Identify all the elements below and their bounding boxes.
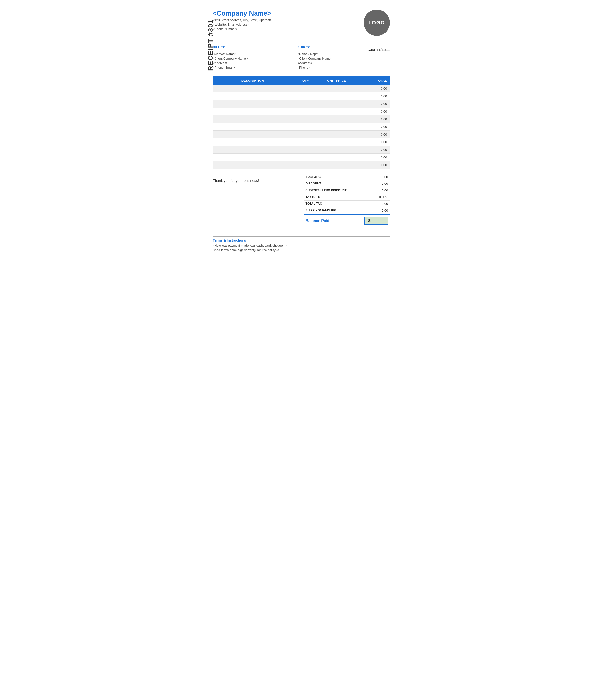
item-qty bbox=[292, 85, 319, 92]
ship-to-company: <Client Company Name> bbox=[297, 57, 368, 60]
bill-to-label: BILL TO bbox=[213, 45, 283, 50]
ship-to-phone: <Phone> bbox=[297, 66, 368, 69]
balance-value: - bbox=[372, 219, 373, 223]
table-row: 0.00 bbox=[213, 138, 390, 146]
bill-to-phone-email: <Phone, Email> bbox=[213, 66, 283, 69]
item-description bbox=[213, 154, 292, 161]
item-total: 0.00 bbox=[355, 138, 390, 146]
terms-title: Terms & Instructions bbox=[213, 238, 390, 242]
shipping-row: SHIPPING/HANDLING 0.00 bbox=[304, 207, 390, 214]
balance-label: Balance Paid bbox=[306, 219, 330, 223]
item-description bbox=[213, 100, 292, 108]
ship-to-address: <Address> bbox=[297, 61, 368, 65]
item-unit-price bbox=[319, 108, 355, 116]
item-description bbox=[213, 116, 292, 123]
balance-symbol: $ bbox=[368, 219, 370, 223]
item-qty bbox=[292, 131, 319, 138]
bill-to-block: BILL TO <Contact Name> <Client Company N… bbox=[213, 45, 283, 69]
item-description bbox=[213, 161, 292, 169]
items-table: DESCRIPTION QTY UNIT PRICE TOTAL 0.000.0… bbox=[213, 77, 390, 169]
item-qty bbox=[292, 100, 319, 108]
date-value: 11/11/11 bbox=[377, 48, 390, 52]
company-name: <Company Name> bbox=[213, 9, 272, 17]
item-unit-price bbox=[319, 161, 355, 169]
item-total: 0.00 bbox=[355, 161, 390, 169]
subtotal-label: SUBTOTAL bbox=[306, 175, 322, 179]
item-description bbox=[213, 138, 292, 146]
item-qty bbox=[292, 161, 319, 169]
table-row: 0.00 bbox=[213, 146, 390, 154]
item-total: 0.00 bbox=[355, 146, 390, 154]
item-qty bbox=[292, 108, 319, 116]
subtotal-row: SUBTOTAL 0.00 bbox=[304, 174, 390, 180]
col-description: DESCRIPTION bbox=[213, 77, 292, 85]
bill-to-contact: <Contact Name> bbox=[213, 52, 283, 56]
subtotal-less-discount-value: 0.00 bbox=[373, 188, 388, 192]
item-description bbox=[213, 123, 292, 131]
table-row: 0.00 bbox=[213, 154, 390, 161]
table-row: 0.00 bbox=[213, 108, 390, 116]
company-phone: <Phone Number> bbox=[213, 27, 272, 31]
item-total: 0.00 bbox=[355, 85, 390, 92]
item-qty bbox=[292, 154, 319, 161]
total-tax-label: TOTAL TAX bbox=[306, 202, 322, 206]
company-address: <123 Street Address, City, State, Zip/Po… bbox=[213, 18, 272, 22]
item-unit-price bbox=[319, 154, 355, 161]
item-description bbox=[213, 146, 292, 154]
col-total: TOTAL bbox=[355, 77, 390, 85]
table-row: 0.00 bbox=[213, 116, 390, 123]
ship-to-block: SHIP TO <Name / Dept> <Client Company Na… bbox=[297, 45, 368, 69]
thank-you-message: Thank you for your business! bbox=[213, 174, 304, 183]
tax-rate-value: 0.00% bbox=[373, 195, 388, 199]
table-row: 0.00 bbox=[213, 92, 390, 100]
subtotal-less-discount-label: SUBTOTAL LESS DISCOUNT bbox=[306, 188, 347, 192]
item-unit-price bbox=[319, 92, 355, 100]
table-row: 0.00 bbox=[213, 100, 390, 108]
date-label: Date bbox=[368, 48, 375, 52]
subtotal-less-discount-row: SUBTOTAL LESS DISCOUNT 0.00 bbox=[304, 187, 390, 194]
shipping-value: 0.00 bbox=[373, 209, 388, 212]
col-qty: QTY bbox=[292, 77, 319, 85]
terms-line2: <Add terms here, e.g: warranty, returns … bbox=[213, 248, 390, 252]
item-description bbox=[213, 92, 292, 100]
item-total: 0.00 bbox=[355, 92, 390, 100]
terms-section: Terms & Instructions <How was payment ma… bbox=[213, 236, 390, 252]
table-row: 0.00 bbox=[213, 123, 390, 131]
discount-value: 0.00 bbox=[373, 182, 388, 185]
item-qty bbox=[292, 146, 319, 154]
table-row: 0.00 bbox=[213, 161, 390, 169]
balance-row: Balance Paid $ - bbox=[304, 214, 390, 227]
item-unit-price bbox=[319, 138, 355, 146]
item-total: 0.00 bbox=[355, 154, 390, 161]
ship-to-contact: <Name / Dept> bbox=[297, 52, 368, 56]
item-qty bbox=[292, 116, 319, 123]
company-info: <Company Name> <123 Street Address, City… bbox=[213, 9, 272, 31]
item-total: 0.00 bbox=[355, 108, 390, 116]
item-qty bbox=[292, 92, 319, 100]
item-qty bbox=[292, 138, 319, 146]
bill-ship-container: BILL TO <Contact Name> <Client Company N… bbox=[213, 45, 368, 69]
company-logo: LOGO bbox=[364, 9, 390, 36]
item-total: 0.00 bbox=[355, 100, 390, 108]
addresses-row: BILL TO <Contact Name> <Client Company N… bbox=[213, 45, 390, 69]
item-unit-price bbox=[319, 100, 355, 108]
ship-to-label: SHIP TO bbox=[297, 45, 368, 50]
item-total: 0.00 bbox=[355, 123, 390, 131]
terms-line1: <How was payment made, e.g: cash, card, … bbox=[213, 244, 390, 247]
item-unit-price bbox=[319, 131, 355, 138]
total-tax-value: 0.00 bbox=[373, 202, 388, 206]
bill-to-company: <Client Company Name> bbox=[213, 57, 283, 60]
item-unit-price bbox=[319, 146, 355, 154]
balance-value-box: $ - bbox=[364, 217, 388, 225]
date-container: Date 11/11/11 bbox=[368, 45, 390, 52]
item-description bbox=[213, 108, 292, 116]
item-description bbox=[213, 85, 292, 92]
total-tax-row: TOTAL TAX 0.00 bbox=[304, 201, 390, 207]
table-row: 0.00 bbox=[213, 85, 390, 92]
item-qty bbox=[292, 123, 319, 131]
item-unit-price bbox=[319, 116, 355, 123]
header: <Company Name> <123 Street Address, City… bbox=[213, 9, 390, 36]
col-unit-price: UNIT PRICE bbox=[319, 77, 355, 85]
item-total: 0.00 bbox=[355, 116, 390, 123]
table-header-row: DESCRIPTION QTY UNIT PRICE TOTAL bbox=[213, 77, 390, 85]
